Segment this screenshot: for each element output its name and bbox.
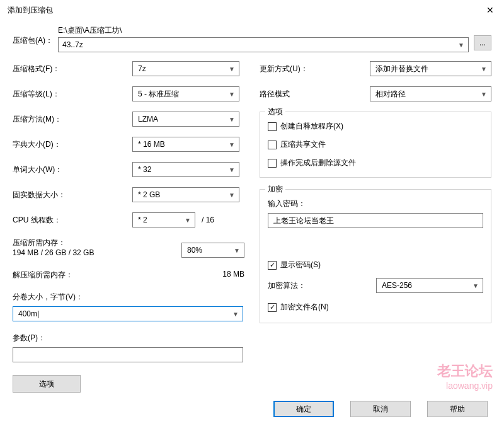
sfx-checkbox[interactable] — [268, 122, 277, 131]
chevron-down-icon: ▼ — [467, 282, 479, 289]
options-group-title: 选项 — [265, 106, 285, 117]
options-button[interactable]: 选项 — [13, 375, 81, 393]
options-group: 选项 创建自释放程序(X) 压缩共享文件 操作完成后删除源文件 — [260, 112, 491, 178]
chevron-down-icon: ▼ — [224, 141, 235, 148]
dict-select[interactable]: * 16 MB ▼ — [132, 137, 239, 152]
archive-path: E:\桌面\A压缩工坊\ — [58, 25, 469, 37]
word-select[interactable]: * 32 ▼ — [132, 162, 239, 177]
cancel-button[interactable]: 取消 — [350, 401, 411, 417]
chevron-down-icon: ▼ — [232, 311, 239, 318]
close-icon[interactable]: ✕ — [481, 4, 499, 16]
archive-label: 压缩包(A)： — [13, 25, 53, 46]
encrypt-names-label: 加密文件名(N) — [280, 302, 329, 313]
ok-button[interactable]: 确定 — [273, 401, 334, 417]
encrypt-names-checkbox[interactable] — [268, 303, 277, 312]
show-password-label: 显示密码(S) — [280, 260, 321, 270]
encrypt-group: 加密 输入密码： 上老王论坛当老王 显示密码(S) 加密算法： AES-256 … — [260, 189, 491, 323]
param-input[interactable] — [13, 347, 243, 362]
show-password-checkbox[interactable] — [268, 261, 277, 270]
pathmode-select[interactable]: 相对路径 ▼ — [370, 86, 491, 101]
titlebar: 添加到压缩包 ✕ — [0, 0, 504, 20]
level-select[interactable]: 5 - 标准压缩 ▼ — [132, 86, 239, 101]
threads-max: / 16 — [199, 216, 214, 224]
split-label: 分卷大小，字节(V)： — [13, 292, 244, 302]
chevron-down-icon: ▼ — [224, 116, 235, 123]
chevron-down-icon: ▼ — [476, 66, 487, 72]
chevron-down-icon: ▼ — [224, 91, 235, 98]
threads-select[interactable]: * 2 ▼ — [132, 212, 195, 227]
param-label: 参数(P)： — [13, 333, 244, 343]
solid-select[interactable]: * 2 GB ▼ — [132, 187, 239, 202]
chevron-down-icon: ▼ — [224, 192, 235, 199]
archive-row: 压缩包(A)： E:\桌面\A压缩工坊\ 43..7z ▼ ... — [13, 20, 491, 61]
mem-decompress-value: 18 MB — [222, 270, 244, 280]
method-select[interactable]: LZMA ▼ — [132, 112, 239, 127]
method-label: 压缩方法(M)： — [13, 114, 132, 125]
chevron-down-icon: ▼ — [224, 166, 235, 173]
word-label: 单词大小(W)： — [13, 164, 132, 175]
encrypt-group-title: 加密 — [265, 184, 285, 195]
chevron-down-icon: ▼ — [180, 217, 191, 224]
mem-compress-label: 压缩所需内存： — [13, 238, 181, 248]
delete-after-label: 操作完成后删除源文件 — [280, 158, 356, 168]
archive-filename: 43..7z — [62, 40, 83, 49]
shared-label: 压缩共享文件 — [280, 139, 326, 150]
mem-compress-value: 194 MB / 26 GB / 32 GB — [13, 248, 181, 257]
window-title: 添加到压缩包 — [8, 5, 53, 16]
split-size-input[interactable]: 400m| ▼ — [13, 306, 243, 321]
shared-checkbox[interactable] — [268, 141, 277, 149]
solid-label: 固实数据大小： — [13, 190, 132, 200]
browse-button[interactable]: ... — [474, 35, 491, 50]
sfx-label: 创建自释放程序(X) — [280, 121, 343, 132]
password-input[interactable]: 上老王论坛当老王 — [268, 213, 483, 228]
update-select[interactable]: 添加并替换文件 ▼ — [370, 61, 491, 76]
dict-label: 字典大小(D)： — [13, 139, 132, 150]
algo-label: 加密算法： — [268, 280, 306, 291]
password-label: 输入密码： — [268, 199, 483, 209]
mem-percent-select[interactable]: 80% ▼ — [181, 243, 244, 258]
mem-decompress-label: 解压缩所需内存： — [13, 270, 73, 280]
pathmode-label: 路径模式 — [260, 89, 370, 100]
chevron-down-icon: ▼ — [458, 42, 464, 49]
algo-select[interactable]: AES-256 ▼ — [376, 278, 483, 293]
level-label: 压缩等级(L)： — [13, 89, 132, 100]
format-label: 压缩格式(F)： — [13, 64, 132, 74]
chevron-down-icon: ▼ — [229, 247, 240, 254]
archive-filename-select[interactable]: 43..7z ▼ — [58, 37, 469, 52]
delete-after-checkbox[interactable] — [268, 159, 277, 168]
format-select[interactable]: 7z ▼ — [132, 61, 239, 76]
help-button[interactable]: 帮助 — [427, 401, 488, 417]
footer: 确定 取消 帮助 — [0, 401, 504, 417]
chevron-down-icon: ▼ — [224, 66, 235, 72]
chevron-down-icon: ▼ — [476, 91, 487, 98]
threads-label: CPU 线程数： — [13, 215, 132, 226]
update-label: 更新方式(U)： — [260, 64, 370, 74]
